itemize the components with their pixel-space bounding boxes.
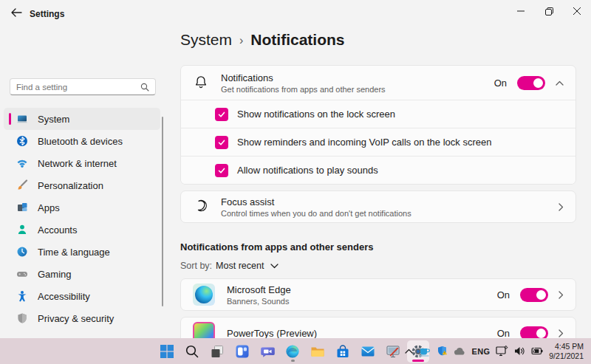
search-icon [140, 83, 149, 92]
checkbox-show-lock-screen[interactable] [215, 108, 228, 121]
checkbox-play-sounds[interactable] [215, 164, 228, 177]
sidebar-item-accounts[interactable]: Accounts [4, 219, 160, 241]
sort-value: Most recent [216, 261, 264, 271]
cup-icon [419, 346, 431, 357]
app-name: PowerToys (Preview) [227, 328, 317, 339]
taskbar-center-icons [156, 338, 429, 364]
notifications-card: Notifications Get notifications from app… [180, 65, 576, 185]
taskbar-search-button[interactable] [181, 340, 203, 363]
sidebar-item-bluetooth-devices[interactable]: Bluetooth & devices [4, 130, 160, 152]
app-toggle-label: On [497, 328, 510, 339]
microsoft-edge-icon [193, 284, 215, 306]
search-input[interactable] [16, 83, 140, 92]
task-view-button[interactable] [206, 340, 228, 363]
display-editor-app-button[interactable] [382, 340, 404, 363]
sidebar-item-network-internet[interactable]: Network & internet [4, 152, 160, 174]
option-row-play-sounds[interactable]: Allow notifications to play sounds [181, 156, 575, 184]
focus-assist-card[interactable]: Focus assist Control times when you do a… [180, 190, 576, 223]
chevron-right-icon [558, 203, 564, 211]
accounts-icon [16, 224, 28, 236]
sidebar-item-label: Privacy & security [38, 313, 114, 324]
sidebar-item-label: Bluetooth & devices [38, 136, 123, 147]
sidebar-item-time-language[interactable]: Time & language [4, 241, 160, 263]
chat-button[interactable] [256, 340, 279, 363]
check-icon [217, 166, 226, 175]
chevron-up-icon[interactable] [556, 80, 564, 86]
battery-icon [531, 347, 543, 355]
option-row-lock-screen[interactable]: Show notifications on the lock screen [181, 100, 575, 128]
privacy-icon [16, 312, 28, 324]
tray-onedrive-icon[interactable] [454, 347, 466, 356]
sidebar: System Bluetooth & devices Network & int… [0, 0, 167, 338]
sidebar-item-label: Apps [38, 202, 60, 213]
tray-volume-icon[interactable] [514, 346, 525, 356]
display-editor-icon [386, 344, 400, 359]
app-name: Microsoft Edge [227, 284, 291, 295]
moon-icon [193, 199, 209, 215]
notifications-text: Notifications Get notifications from app… [221, 72, 386, 94]
sort-label: Sort by: [180, 261, 212, 271]
start-button[interactable] [156, 340, 178, 363]
network-icon [16, 157, 28, 169]
breadcrumb-parent[interactable]: System [180, 31, 232, 49]
edge-notifications-toggle[interactable] [520, 288, 548, 302]
sidebar-item-label: Time & language [38, 247, 110, 258]
widgets-icon [235, 344, 250, 359]
sidebar-item-accessibility[interactable]: Accessibility [4, 285, 160, 307]
sidebar-item-apps[interactable]: Apps [4, 196, 160, 219]
accessibility-icon [16, 290, 28, 302]
file-explorer-button[interactable] [307, 340, 329, 363]
chevron-right-icon [558, 329, 564, 337]
option-row-reminders-voip[interactable]: Show reminders and incoming VoIP calls o… [181, 128, 575, 156]
onedrive-cloud-icon [454, 347, 466, 356]
taskbar-clock[interactable]: 4:45 PM 9/21/2021 [549, 342, 584, 360]
sort-dropdown[interactable]: Sort by: Most recent [180, 261, 279, 271]
app-detail: Banners, Sounds [227, 297, 291, 306]
notifications-main-row[interactable]: Notifications Get notifications from app… [181, 66, 575, 100]
page-title: Notifications [250, 31, 344, 49]
chevron-right-icon [558, 291, 564, 299]
checkbox-label: Allow notifications to play sounds [237, 165, 378, 176]
notifications-toggle[interactable] [517, 76, 545, 90]
tray-security-shield-icon[interactable] [437, 346, 448, 357]
checkbox-label: Show notifications on the lock screen [237, 109, 395, 120]
notifications-subtitle: Get notifications from apps and other se… [221, 85, 386, 94]
main-content: System › Notifications Notifications Get… [180, 0, 576, 338]
tray-expand-button[interactable] [405, 348, 413, 354]
microsoft-store-icon [335, 344, 350, 359]
clock-date: 9/21/2021 [549, 351, 584, 361]
language-indicator[interactable]: ENG [472, 347, 491, 356]
checkbox-reminders-voip[interactable] [215, 136, 228, 149]
sidebar-item-label: Gaming [38, 269, 72, 280]
edge-taskbar-button[interactable] [281, 340, 304, 363]
check-icon [217, 110, 226, 119]
taskbar: ENG 4:45 PM 9/21/2021 [0, 338, 591, 364]
clock-time: 4:45 PM [549, 342, 584, 351]
sidebar-scrollbar[interactable] [162, 117, 163, 306]
check-icon [217, 138, 226, 147]
sidebar-item-label: System [38, 114, 69, 125]
sidebar-item-personalization[interactable]: Personalization [4, 174, 160, 196]
notifications-title: Notifications [221, 72, 386, 83]
sidebar-item-gaming[interactable]: Gaming [4, 263, 160, 285]
sidebar-item-system[interactable]: System [4, 108, 160, 130]
tray-display-network-icon[interactable] [496, 346, 508, 357]
focus-assist-subtitle: Control times when you do and don't get … [221, 209, 411, 218]
system-icon [16, 113, 28, 125]
microsoft-store-button[interactable] [332, 340, 354, 363]
sidebar-item-label: Personalization [38, 180, 103, 191]
file-explorer-icon [310, 344, 325, 359]
tray-battery-icon[interactable] [531, 347, 543, 355]
app-row-microsoft-edge[interactable]: Microsoft Edge Banners, Sounds On [180, 278, 576, 311]
personalization-icon [16, 179, 28, 191]
breadcrumb-separator-icon: › [239, 34, 243, 47]
tray-cup-icon[interactable] [419, 346, 431, 357]
apps-section-title: Notifications from apps and other sender… [180, 241, 374, 253]
edge-icon [285, 344, 300, 359]
search-box[interactable] [10, 78, 156, 95]
widgets-button[interactable] [231, 340, 253, 363]
mail-button[interactable] [357, 340, 379, 363]
app-toggle-label: On [497, 289, 510, 301]
sidebar-item-privacy-security[interactable]: Privacy & security [4, 307, 160, 329]
chevron-up-icon [405, 348, 413, 354]
